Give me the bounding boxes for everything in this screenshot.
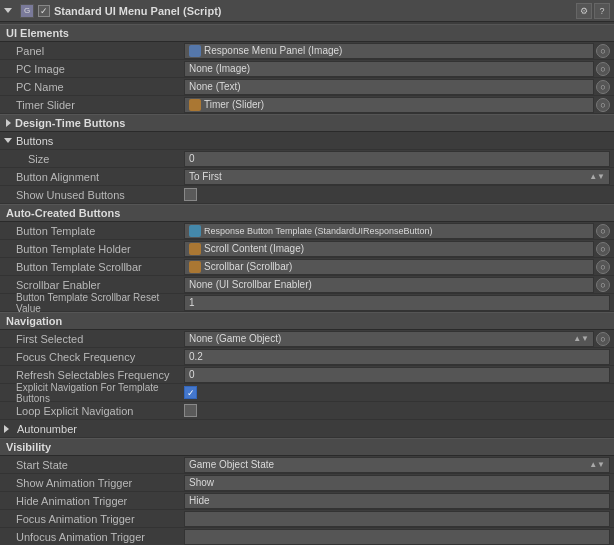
field-timer-slider[interactable]: Timer (Slider) (184, 97, 594, 113)
timer-circle-btn[interactable]: ○ (596, 98, 610, 112)
value-pc-name: None (Text) ○ (184, 79, 610, 95)
field-button-template-scrollbar[interactable]: Scrollbar (Scrollbar) (184, 259, 594, 275)
row-focus-check: Focus Check Frequency 0.2 (0, 348, 614, 366)
scrollbar-enabler-circle-btn[interactable]: ○ (596, 278, 610, 292)
scroll-icon (189, 243, 201, 255)
field-refresh-selectables[interactable]: 0 (184, 367, 610, 383)
pc-name-circle-btn[interactable]: ○ (596, 80, 610, 94)
settings-icon[interactable]: ⚙ (576, 3, 592, 19)
row-start-state: Start State Game Object State ▲▼ (0, 456, 614, 474)
buttons-arrow[interactable] (4, 138, 12, 143)
field-hide-animation[interactable]: Hide (184, 493, 610, 509)
field-panel[interactable]: Response Menu Panel (Image) (184, 43, 594, 59)
field-scrollbar-enabler[interactable]: None (UI Scrollbar Enabler) (184, 277, 594, 293)
pc-image-circle-btn[interactable]: ○ (596, 62, 610, 76)
enabled-checkbox[interactable] (38, 5, 50, 17)
section-auto-created: Auto-Created Buttons (0, 204, 614, 222)
row-panel: Panel Response Menu Panel (Image) ○ (0, 42, 614, 60)
value-start-state: Game Object State ▲▼ (184, 457, 610, 473)
label-size: Size (4, 153, 184, 165)
value-button-template: Response Button Template (StandardUIResp… (184, 223, 610, 239)
label-pc-image: PC Image (4, 63, 184, 75)
field-button-alignment[interactable]: To First ▲▼ (184, 169, 610, 185)
row-unfocus-animation: Unfocus Animation Trigger (0, 528, 614, 545)
row-button-template: Button Template Response Button Template… (0, 222, 614, 240)
help-icon[interactable]: ? (594, 3, 610, 19)
field-start-state[interactable]: Game Object State ▲▼ (184, 457, 610, 473)
field-button-template-holder[interactable]: Scroll Content (Image) (184, 241, 594, 257)
value-focus-check: 0.2 (184, 349, 610, 365)
value-button-template-scrollbar: Scrollbar (Scrollbar) ○ (184, 259, 610, 275)
field-pc-name[interactable]: None (Text) (184, 79, 594, 95)
field-focus-check[interactable]: 0.2 (184, 349, 610, 365)
first-selected-circle-btn[interactable]: ○ (596, 332, 610, 346)
field-size[interactable]: 0 (184, 151, 610, 167)
section-design-time: Design-Time Buttons (0, 114, 614, 132)
start-state-arrow: ▲▼ (589, 460, 605, 469)
row-pc-name: PC Name None (Text) ○ (0, 78, 614, 96)
autonumber-arrow[interactable] (4, 425, 9, 433)
field-scrollbar-reset[interactable]: 1 (184, 295, 610, 311)
section-ui-elements: UI Elements (0, 24, 614, 42)
row-focus-animation: Focus Animation Trigger (0, 510, 614, 528)
component-header: G Standard UI Menu Panel (Script) ⚙ ? (0, 0, 614, 22)
btn-scrollbar-circle-btn[interactable]: ○ (596, 260, 610, 274)
first-selected-value: None (Game Object) (189, 333, 281, 344)
panel-circle-btn[interactable]: ○ (596, 44, 610, 58)
component-icon: G (20, 4, 34, 18)
row-pc-image: PC Image None (Image) ○ (0, 60, 614, 78)
pc-image-value: None (Image) (189, 63, 250, 74)
header-icons: ⚙ ? (576, 3, 610, 19)
row-first-selected: First Selected None (Game Object) ▲▼ ○ (0, 330, 614, 348)
btn-template-circle-btn[interactable]: ○ (596, 224, 610, 238)
label-show-animation: Show Animation Trigger (4, 477, 184, 489)
label-button-template: Button Template (4, 225, 184, 237)
row-autonumber: Autonumber (0, 420, 614, 438)
label-panel: Panel (4, 45, 184, 57)
value-refresh-selectables: 0 (184, 367, 610, 383)
row-size: Size 0 (0, 150, 614, 168)
label-show-unused: Show Unused Buttons (4, 189, 184, 201)
row-show-unused: Show Unused Buttons (0, 186, 614, 204)
panel-value: Response Menu Panel (Image) (204, 45, 342, 56)
label-refresh-selectables: Refresh Selectables Frequency (4, 369, 184, 381)
value-focus-animation (184, 511, 610, 527)
loop-explicit-checkbox[interactable] (184, 404, 197, 417)
value-unfocus-animation (184, 529, 610, 545)
value-pc-image: None (Image) ○ (184, 61, 610, 77)
buttons-label: Buttons (16, 135, 53, 147)
field-focus-animation[interactable] (184, 511, 610, 527)
component-title: Standard UI Menu Panel (Script) (54, 5, 221, 17)
show-unused-checkbox[interactable] (184, 188, 197, 201)
row-hide-animation: Hide Animation Trigger Hide (0, 492, 614, 510)
field-pc-image[interactable]: None (Image) (184, 61, 594, 77)
value-explicit-nav (184, 386, 610, 399)
label-explicit-nav: Explicit Navigation For Template Buttons (4, 382, 184, 404)
button-template-value: Response Button Template (StandardUIResp… (204, 226, 432, 236)
label-scrollbar-enabler: Scrollbar Enabler (4, 279, 184, 291)
row-scrollbar-reset: Button Template Scrollbar Reset Value 1 (0, 294, 614, 312)
label-timer-slider: Timer Slider (4, 99, 184, 111)
visibility-label: Visibility (6, 441, 51, 453)
value-scrollbar-enabler: None (UI Scrollbar Enabler) ○ (184, 277, 610, 293)
dropdown-arrow-alignment: ▲▼ (589, 172, 605, 181)
field-show-animation[interactable]: Show (184, 475, 610, 491)
collapse-arrow[interactable] (4, 8, 12, 13)
label-pc-name: PC Name (4, 81, 184, 93)
value-loop-explicit (184, 404, 610, 417)
button-template-scrollbar-value: Scrollbar (Scrollbar) (204, 261, 292, 272)
label-scrollbar-reset: Button Template Scrollbar Reset Value (4, 292, 184, 314)
value-hide-animation: Hide (184, 493, 610, 509)
design-time-arrow[interactable] (6, 119, 11, 127)
row-button-template-scrollbar: Button Template Scrollbar Scrollbar (Scr… (0, 258, 614, 276)
field-button-template[interactable]: Response Button Template (StandardUIResp… (184, 223, 594, 239)
explicit-nav-checkbox[interactable] (184, 386, 197, 399)
navigation-label: Navigation (6, 315, 62, 327)
design-time-label: Design-Time Buttons (15, 117, 125, 129)
value-scrollbar-reset: 1 (184, 295, 610, 311)
field-unfocus-animation[interactable] (184, 529, 610, 545)
value-timer-slider: Timer (Slider) ○ (184, 97, 610, 113)
field-first-selected[interactable]: None (Game Object) ▲▼ (184, 331, 594, 347)
btn-holder-circle-btn[interactable]: ○ (596, 242, 610, 256)
row-button-template-holder: Button Template Holder Scroll Content (I… (0, 240, 614, 258)
